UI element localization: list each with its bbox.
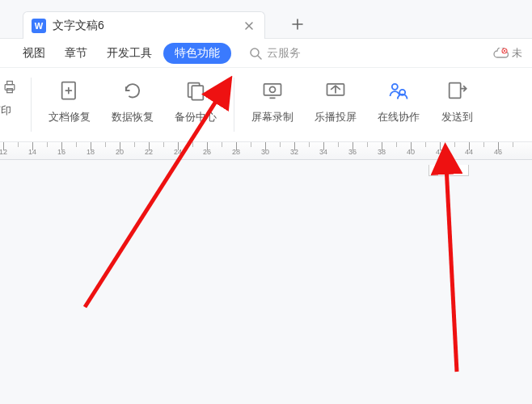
ribbon-send-to-label: 发送到 — [441, 110, 473, 124]
ruler-tick-label: 40 — [407, 148, 415, 156]
horizontal-ruler[interactable]: 121416182022242628303234363840424446 — [0, 142, 532, 160]
menu-features[interactable]: 特色功能 — [163, 43, 231, 64]
cloud-label: 未 — [512, 46, 522, 61]
menu-chapters[interactable]: 章节 — [57, 43, 95, 64]
ribbon-separator — [31, 78, 32, 132]
ruler-tick-label: 34 — [319, 148, 327, 156]
svg-point-9 — [270, 86, 276, 92]
plus-icon — [291, 18, 304, 31]
tab-title: 文字文稿6 — [53, 19, 235, 33]
ribbon-online-collab-label: 在线协作 — [378, 110, 420, 124]
svg-rect-8 — [264, 84, 281, 95]
ribbon-print-label: 打印 — [0, 103, 11, 118]
ruler-tick-label: 16 — [57, 148, 65, 156]
ribbon-send-to[interactable]: 发送到 — [430, 73, 483, 137]
cast-icon — [324, 79, 347, 102]
svg-rect-7 — [192, 86, 203, 100]
svg-point-11 — [392, 84, 398, 90]
ribbon-doc-repair-label: 文档修复 — [49, 110, 91, 124]
ribbon: 打印 文档修复 数据恢复 备份中心 屏幕录制 — [0, 68, 532, 142]
svg-rect-13 — [450, 83, 461, 99]
refresh-icon — [121, 79, 144, 102]
ribbon-data-recover[interactable]: 数据恢复 — [101, 73, 164, 137]
ruler-tick-label: 46 — [494, 148, 502, 156]
ribbon-group-cast: 屏幕录制 乐播投屏 在线协作 发送到 — [238, 73, 487, 137]
ruler-tick-label: 22 — [145, 148, 153, 156]
menubar: 视图 章节 开发工具 特色功能 云服务 未 — [0, 39, 532, 68]
ruler-tick-label: 32 — [290, 148, 298, 156]
ruler-tick-label: 36 — [348, 148, 357, 156]
titlebar: W 文字文稿6 — [0, 0, 532, 39]
ribbon-backup-center-label: 备份中心 — [175, 110, 217, 124]
menu-view[interactable]: 视图 — [15, 43, 53, 64]
print-icon — [2, 79, 18, 95]
ribbon-screen-record-label: 屏幕录制 — [251, 110, 293, 124]
screen-record-icon — [261, 79, 284, 102]
document-canvas[interactable] — [0, 160, 532, 404]
search-placeholder: 云服务 — [267, 46, 301, 61]
svg-rect-2 — [5, 85, 15, 90]
new-tab-button[interactable] — [281, 11, 314, 38]
ruler-tick-label: 24 — [174, 148, 182, 156]
ribbon-doc-repair[interactable]: 文档修复 — [38, 73, 101, 137]
ruler-tick-label: 30 — [261, 148, 269, 156]
ribbon-group-repair: 文档修复 数据恢复 备份中心 — [35, 73, 230, 137]
ribbon-separator — [234, 78, 234, 132]
ribbon-screen-record[interactable]: 屏幕录制 — [241, 73, 304, 137]
document-tab[interactable]: W 文字文稿6 — [23, 11, 265, 39]
ruler-tick-label: 26 — [203, 148, 211, 156]
search-icon — [249, 47, 262, 60]
page-edge-marker — [429, 165, 469, 176]
backup-icon — [184, 79, 207, 102]
ribbon-data-recover-label: 数据恢复 — [112, 110, 154, 124]
close-icon — [244, 21, 254, 31]
collab-icon — [387, 79, 410, 102]
ribbon-backup-center[interactable]: 备份中心 — [164, 73, 227, 137]
ribbon-lebo-cast-label: 乐播投屏 — [315, 110, 357, 124]
menu-devtools[interactable]: 开发工具 — [99, 43, 160, 64]
ruler-tick-label: 14 — [28, 148, 36, 156]
send-icon — [445, 79, 468, 102]
doc-icon: W — [32, 19, 46, 33]
cloud-sync-indicator[interactable]: 未 — [492, 46, 522, 61]
ruler-tick-label: 20 — [116, 148, 124, 156]
ribbon-online-collab[interactable]: 在线协作 — [367, 73, 430, 137]
ribbon-lebo-cast[interactable]: 乐播投屏 — [304, 73, 367, 137]
ruler-tick-label: 18 — [87, 148, 95, 156]
ruler-tick-label: 38 — [378, 148, 386, 156]
ribbon-print[interactable]: 打印 — [0, 73, 27, 137]
doc-plus-icon — [58, 79, 81, 102]
tab-close-button[interactable] — [242, 19, 256, 33]
ruler-tick-label: 44 — [465, 148, 473, 156]
search-box[interactable]: 云服务 — [249, 46, 301, 61]
svg-rect-4 — [7, 89, 13, 93]
ruler-tick-label: 28 — [232, 148, 240, 156]
cloud-icon — [492, 48, 509, 59]
ruler-tick-label: 12 — [0, 148, 7, 156]
ruler-tick-label: 42 — [436, 148, 444, 156]
svg-rect-3 — [7, 82, 13, 85]
